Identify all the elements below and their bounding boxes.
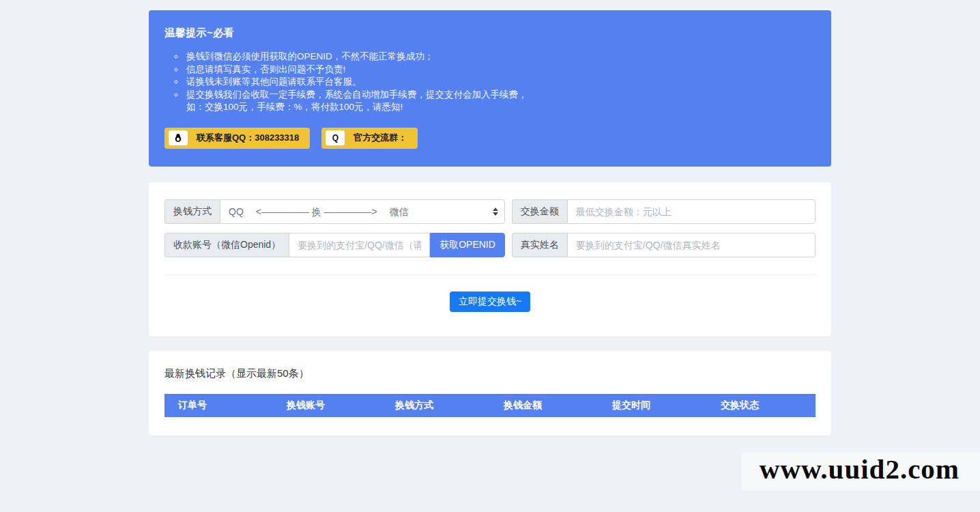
notice-list: 换钱到微信必须使用获取的OPENID，不然不能正常换成功； 信息请填写真实，否则… — [185, 51, 816, 114]
form-divider — [164, 274, 816, 275]
submit-exchange-button[interactable]: 立即提交换钱~ — [450, 291, 530, 312]
method-label: 换钱方式 — [164, 199, 220, 224]
column-header-amount: 换钱金额 — [490, 394, 599, 417]
method-select[interactable]: QQ <————— 换 —————> 微信 — [220, 199, 505, 224]
exchange-form-grid: 换钱方式 QQ <————— 换 —————> 微信 交换金额 收款账号（微信O… — [164, 199, 816, 257]
records-table-header: 订单号 换钱账号 换钱方式 换钱金额 提交时间 交换状态 — [164, 394, 816, 417]
account-input-group: 收款账号（微信Openid） 获取OPENID — [164, 233, 505, 257]
get-openid-button[interactable]: 获取OPENID — [430, 233, 505, 257]
realname-input-group: 真实姓名 — [512, 233, 816, 257]
notice-item: 诺换钱未到账等其他问题请联系平台客服。 — [185, 76, 816, 89]
notice-buttons: 联系客服QQ：308233318 Q 官方交流群： — [164, 128, 816, 149]
contact-qq-label: 联系客服QQ：308233318 — [197, 132, 299, 144]
account-input[interactable] — [289, 233, 430, 257]
column-header-order-id: 订单号 — [164, 394, 273, 417]
official-group-label: 官方交流群： — [354, 132, 407, 144]
amount-label: 交换金额 — [512, 199, 567, 224]
method-select-wrap: QQ <————— 换 —————> 微信 — [220, 199, 505, 224]
notice-item: 信息请填写真实，否则出问题不予负责! — [185, 63, 816, 76]
contact-qq-button[interactable]: 联系客服QQ：308233318 — [164, 128, 310, 149]
page-container: 温馨提示~必看 换钱到微信必须使用获取的OPENID，不然不能正常换成功； 信息… — [149, 0, 831, 436]
column-header-method: 换钱方式 — [381, 394, 490, 417]
notice-item: 换钱到微信必须使用获取的OPENID，不然不能正常换成功； — [185, 51, 816, 63]
realname-label: 真实姓名 — [512, 233, 567, 257]
account-label: 收款账号（微信Openid） — [164, 233, 289, 257]
watermark: www.uuid2.com — [742, 452, 980, 490]
records-card: 最新换钱记录（显示最新50条） 订单号 换钱账号 换钱方式 换钱金额 提交时间 … — [149, 351, 831, 436]
column-header-submit-time: 提交时间 — [599, 394, 707, 417]
method-input-group: 换钱方式 QQ <————— 换 —————> 微信 — [164, 199, 505, 224]
records-title: 最新换钱记录（显示最新50条） — [164, 367, 816, 380]
submit-row: 立即提交换钱~ — [164, 291, 816, 322]
column-header-account: 换钱账号 — [273, 394, 381, 417]
column-header-status: 交换状态 — [707, 394, 816, 417]
records-table: 订单号 换钱账号 换钱方式 换钱金额 提交时间 交换状态 — [164, 394, 816, 417]
amount-input-group: 交换金额 — [512, 199, 816, 224]
notice-panel: 温馨提示~必看 换钱到微信必须使用获取的OPENID，不然不能正常换成功； 信息… — [149, 10, 831, 167]
notice-item: 提交换钱我们会收取一定手续费，系统会自动增加手续费，提交支付会加入手续费， 如：… — [185, 89, 816, 114]
notice-title: 温馨提示~必看 — [164, 27, 816, 40]
amount-input[interactable] — [567, 199, 816, 224]
official-group-button[interactable]: Q 官方交流群： — [321, 128, 418, 149]
realname-input[interactable] — [567, 233, 816, 257]
group-q-icon: Q — [326, 130, 345, 145]
exchange-form-card: 换钱方式 QQ <————— 换 —————> 微信 交换金额 收款账号（微信O… — [149, 182, 831, 337]
qq-penguin-icon — [169, 130, 188, 145]
